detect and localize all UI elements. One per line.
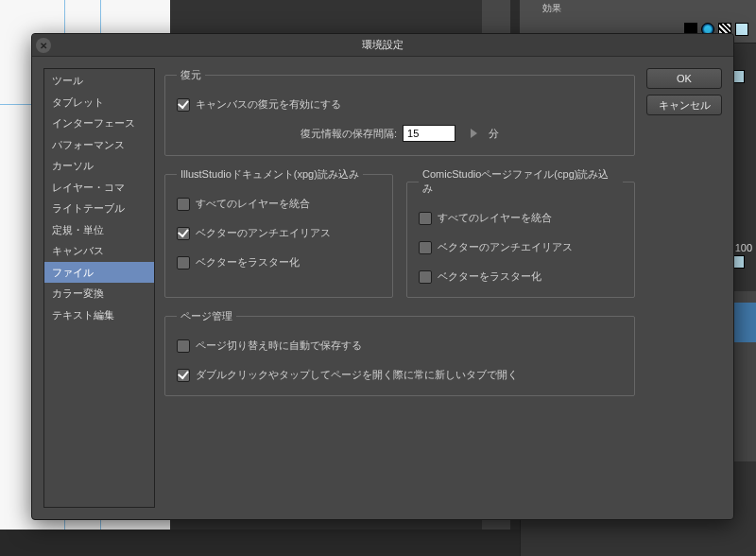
category-list: ツールタブレットインターフェースパフォーマンスカーソルレイヤー・コマライトテーブ…: [43, 68, 155, 508]
sidebar-item[interactable]: レイヤー・コマ: [44, 177, 154, 199]
sidebar-item[interactable]: インターフェース: [44, 113, 154, 134]
comic-merge-checkbox[interactable]: [419, 212, 432, 225]
page-newtab-label[interactable]: ダブルクリックやタップしてページを開く際に常に新しいタブで開く: [196, 368, 518, 382]
illust-raster-checkbox[interactable]: [177, 256, 190, 269]
illuststudio-group: IllustStudioドキュメント(xpg)読み込み すべてのレイヤーを統合 …: [164, 167, 393, 298]
page-autosave-label[interactable]: ページ切り替え時に自動で保存する: [196, 339, 362, 353]
page-group: ページ管理 ページ切り替え時に自動で保存する ダブルクリックやタップしてページを…: [164, 309, 635, 396]
sidebar-item[interactable]: タブレット: [44, 92, 154, 113]
comic-raster-label[interactable]: ベクターをラスター化: [438, 269, 541, 284]
restore-group: 復元 キャンバスの復元を有効にする 復元情報の保存間隔: 分: [164, 68, 635, 156]
sidebar-item[interactable]: カーソル: [44, 155, 154, 177]
effects-tab[interactable]: 効果: [537, 0, 567, 17]
comic-aa-label[interactable]: ベクターのアンチエイリアス: [438, 240, 573, 254]
restore-interval-label: 復元情報の保存間隔:: [301, 127, 397, 141]
restore-interval-unit: 分: [489, 127, 499, 141]
restore-enable-checkbox[interactable]: [177, 98, 190, 112]
page-autosave-checkbox[interactable]: [177, 339, 190, 353]
comic-raster-checkbox[interactable]: [419, 270, 432, 284]
sidebar-item[interactable]: 定規・単位: [44, 219, 154, 241]
opacity-value: 100: [735, 242, 752, 253]
illust-raster-label[interactable]: ベクターをラスター化: [196, 255, 300, 269]
dialog-title: 環境設定: [362, 38, 404, 52]
dialog-titlebar[interactable]: ✕ 環境設定: [32, 34, 733, 57]
comic-merge-label[interactable]: すべてのレイヤーを統合: [438, 211, 552, 225]
illust-aa-checkbox[interactable]: [177, 227, 190, 240]
illust-merge-label[interactable]: すべてのレイヤーを統合: [196, 197, 310, 211]
close-icon[interactable]: ✕: [36, 38, 51, 53]
illust-aa-label[interactable]: ベクターのアンチエイリアス: [196, 226, 331, 240]
comicstudio-group: ComicStudioページファイル(cpg)読み込み すべてのレイヤーを統合 …: [406, 167, 635, 298]
preferences-dialog: ✕ 環境設定 ツールタブレットインターフェースパフォーマンスカーソルレイヤー・コ…: [31, 33, 734, 520]
restore-interval-input[interactable]: [403, 125, 455, 142]
page-newtab-checkbox[interactable]: [177, 369, 190, 382]
sidebar-item[interactable]: キャンバス: [44, 240, 154, 262]
sidebar-item[interactable]: ファイル: [44, 262, 154, 284]
illust-merge-checkbox[interactable]: [177, 198, 190, 211]
comicstudio-legend: ComicStudioページファイル(cpg)読み込み: [419, 167, 623, 196]
sidebar-item[interactable]: パフォーマンス: [44, 134, 154, 156]
sidebar-item[interactable]: ライトテーブル: [44, 198, 154, 219]
restore-legend: 復元: [177, 68, 205, 82]
sidebar-item[interactable]: ツール: [44, 70, 154, 92]
illuststudio-legend: IllustStudioドキュメント(xpg)読み込み: [177, 167, 363, 182]
restore-enable-label[interactable]: キャンバスの復元を有効にする: [196, 97, 341, 112]
ok-button[interactable]: OK: [646, 68, 722, 89]
sidebar-item[interactable]: カラー変換: [44, 283, 154, 304]
cancel-button[interactable]: キャンセル: [646, 95, 722, 115]
stepper-icon[interactable]: [471, 129, 477, 138]
sidebar-item[interactable]: テキスト編集: [44, 304, 154, 326]
comic-aa-checkbox[interactable]: [419, 241, 432, 254]
page-legend: ページ管理: [177, 309, 236, 323]
